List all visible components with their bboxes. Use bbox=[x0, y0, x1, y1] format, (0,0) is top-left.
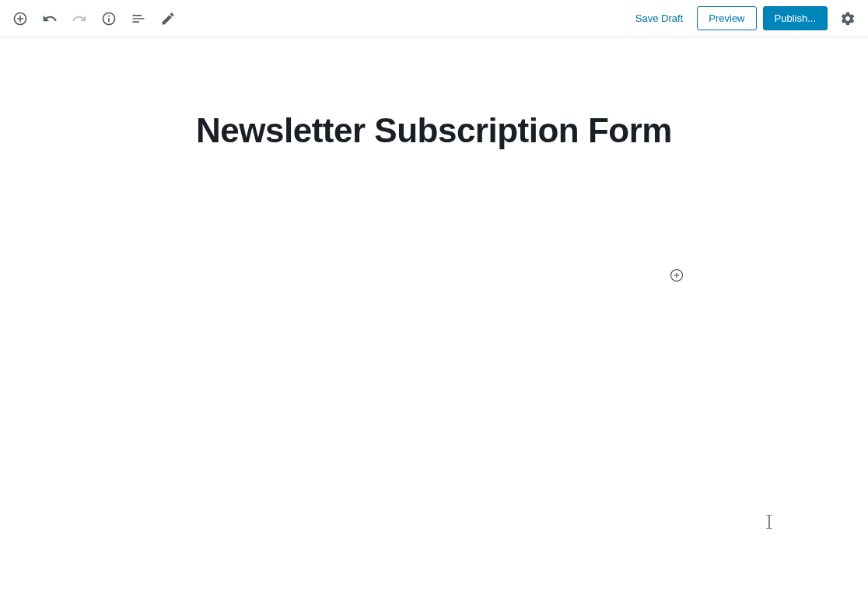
save-draft-button[interactable]: Save Draft bbox=[628, 8, 691, 29]
redo-icon bbox=[72, 11, 87, 26]
pencil-icon bbox=[160, 11, 176, 26]
editor-toolbar: Save Draft Preview Publish... bbox=[0, 0, 868, 37]
add-block-button[interactable] bbox=[6, 5, 34, 33]
undo-icon bbox=[42, 11, 58, 26]
add-block-inline-button[interactable] bbox=[667, 266, 686, 285]
plus-circle-icon bbox=[12, 11, 28, 26]
info-button[interactable] bbox=[95, 5, 123, 33]
toolbar-right-group: Save Draft Preview Publish... bbox=[628, 5, 862, 33]
block-navigation-button[interactable] bbox=[124, 5, 152, 33]
undo-button[interactable] bbox=[36, 5, 64, 33]
list-icon bbox=[131, 11, 146, 26]
publish-button[interactable]: Publish... bbox=[763, 6, 828, 30]
preview-button[interactable]: Preview bbox=[697, 6, 756, 30]
edit-button[interactable] bbox=[154, 5, 182, 33]
page-title[interactable]: Newsletter Subscription Form bbox=[196, 111, 672, 150]
redo-button[interactable] bbox=[65, 5, 93, 33]
plus-circle-icon bbox=[669, 268, 684, 283]
settings-button[interactable] bbox=[834, 5, 862, 33]
text-cursor-indicator bbox=[766, 515, 772, 529]
info-icon bbox=[101, 11, 117, 26]
gear-icon bbox=[840, 11, 856, 26]
editor-content-area[interactable]: Newsletter Subscription Form bbox=[0, 37, 868, 150]
toolbar-left-group bbox=[6, 5, 182, 33]
